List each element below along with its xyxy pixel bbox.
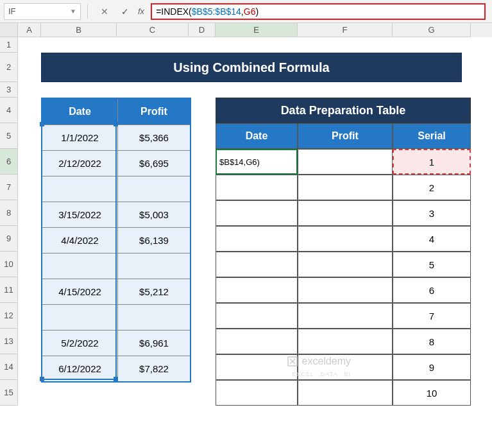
table-row[interactable] [42, 176, 190, 202]
col-header-E[interactable]: E [216, 23, 298, 37]
table-row[interactable] [42, 253, 190, 279]
table2-header-profit: Profit [298, 123, 393, 149]
table-row[interactable]: 5/2/2022$6,961 [42, 330, 190, 356]
table-row[interactable]: 9 [216, 354, 471, 380]
table-row[interactable]: 8 [216, 329, 471, 354]
table2-title: Data Preparation Table [216, 98, 471, 123]
row-header-12[interactable]: 12 [0, 303, 18, 329]
table-row[interactable] [42, 304, 190, 330]
row-header-4[interactable]: 4 [0, 98, 18, 123]
row-header-11[interactable]: 11 [0, 277, 18, 303]
formula-bar: IF ▼ ✕ ✓ fx =INDEX($B$5:$B$14,G6) [0, 0, 492, 23]
cancel-icon[interactable]: ✕ [98, 5, 111, 18]
row-header-2[interactable]: 2 [0, 53, 18, 82]
formula-ref2: G6 [244, 6, 256, 17]
col-header-A[interactable]: A [18, 23, 41, 37]
prep-table: Date Profit Serial $B$14,G6) 1 2 3 4 5 6… [216, 123, 471, 406]
row-header-14[interactable]: 14 [0, 354, 18, 380]
formula-close: ) [255, 6, 259, 17]
row-headers: 1 2 3 4 5 6 7 8 9 10 11 12 13 14 15 [0, 37, 18, 406]
column-headers: A B C D E F G [0, 23, 492, 37]
row-header-1[interactable]: 1 [0, 37, 18, 53]
col-header-D[interactable]: D [189, 23, 216, 37]
formula-eq: = [156, 6, 161, 17]
row-header-7[interactable]: 7 [0, 175, 18, 200]
table-row[interactable]: 4/4/2022$6,139 [42, 227, 190, 253]
table-row[interactable]: 2 [216, 175, 471, 200]
table1-header-date: Date [42, 99, 118, 125]
table-row[interactable]: 2/12/2022$6,695 [42, 150, 190, 176]
divider [87, 4, 88, 19]
table-row[interactable]: 3 [216, 200, 471, 226]
spreadsheet-grid: A B C D E F G 1 2 3 4 5 6 7 8 9 10 11 12… [0, 23, 492, 406]
fx-icon[interactable]: fx [138, 6, 144, 16]
table-row[interactable]: 10 [216, 380, 471, 406]
col-header-B[interactable]: B [41, 23, 117, 37]
col-header-F[interactable]: F [298, 23, 393, 37]
table-row[interactable]: 1/1/2022$5,366 [42, 125, 190, 150]
table-row[interactable]: 4/15/2022$5,212 [42, 279, 190, 304]
formula-ref1: $B$5:$B$14 [192, 6, 241, 17]
row-header-13[interactable]: 13 [0, 329, 18, 354]
row-header-3[interactable]: 3 [0, 82, 18, 98]
row-header-15[interactable]: 15 [0, 380, 18, 406]
cell[interactable] [298, 149, 393, 175]
row-header-8[interactable]: 8 [0, 200, 18, 226]
table-row[interactable]: 3/15/2022$5,003 [42, 202, 190, 227]
formula-fn: INDEX [161, 6, 189, 17]
ref-cell[interactable]: 1 [393, 149, 471, 175]
col-header-C[interactable]: C [117, 23, 189, 37]
table-row[interactable]: 7 [216, 303, 471, 329]
page-title: Using Combined Formula [41, 53, 462, 82]
table-row[interactable]: 4 [216, 226, 471, 252]
row-header-6[interactable]: 6 [0, 149, 18, 175]
row-header-10[interactable]: 10 [0, 252, 18, 277]
name-box[interactable]: IF ▼ [4, 3, 81, 20]
table-row[interactable]: 6 [216, 277, 471, 303]
formula-input[interactable]: =INDEX($B$5:$B$14,G6) [151, 3, 486, 20]
table-row[interactable]: $B$14,G6) 1 [216, 149, 471, 175]
table2-header-date: Date [216, 123, 298, 149]
cells-area[interactable]: Using Combined Formula Date Profit 1/1/2… [18, 37, 492, 406]
select-all-corner[interactable] [0, 23, 18, 37]
table-row[interactable]: 5 [216, 252, 471, 277]
active-cell[interactable]: $B$14,G6) [216, 149, 298, 175]
table-row[interactable]: 6/12/2022$7,822 [42, 356, 190, 381]
row-header-5[interactable]: 5 [0, 123, 18, 149]
row-header-9[interactable]: 9 [0, 226, 18, 252]
table2-header-serial: Serial [393, 123, 471, 149]
check-icon[interactable]: ✓ [119, 5, 131, 18]
table1-header-profit: Profit [118, 99, 190, 125]
chevron-down-icon[interactable]: ▼ [70, 8, 76, 15]
source-table: Date Profit 1/1/2022$5,366 2/12/2022$6,6… [41, 98, 191, 383]
name-box-value: IF [8, 6, 16, 16]
col-header-G[interactable]: G [393, 23, 471, 37]
